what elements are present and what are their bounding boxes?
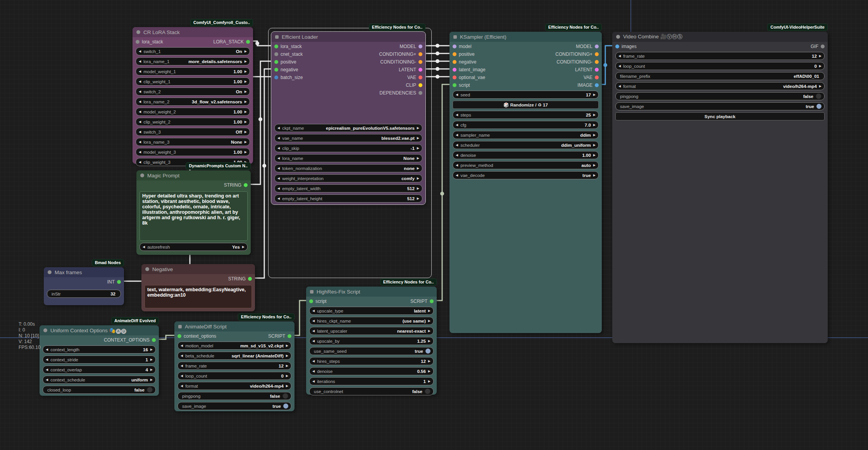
stepper-left-arrow-icon[interactable]: ◀ [456,123,458,127]
stepper-left-arrow-icon[interactable]: ◀ [456,133,458,137]
stepper-left-arrow-icon[interactable]: ◀ [312,369,315,373]
stepper-right-arrow-icon[interactable]: ▶ [150,358,153,361]
input-slot-positive[interactable]: positive [274,59,296,65]
stepper-right-arrow-icon[interactable]: ▶ [245,50,247,53]
input-slot-cnet-stack[interactable]: cnet_stack [274,52,303,57]
stepper-right-arrow-icon[interactable]: ▶ [593,93,596,96]
widget-lora-name-1[interactable]: ◀lora_name_1more_details.safetensors▶ [136,57,250,65]
stepper-right-arrow-icon[interactable]: ▶ [819,54,822,58]
input-slot-dot[interactable] [615,45,619,48]
output-slot-conditioning[interactable]: CONDITIONING- [380,59,422,65]
stepper-left-arrow-icon[interactable]: ◀ [139,80,141,83]
input-slot-images[interactable]: images [615,44,637,49]
input-slot-context-options[interactable]: context_options [177,333,216,339]
widget-scheduler[interactable]: ◀schedulerddim_uniform▶ [453,141,599,149]
stepper-left-arrow-icon[interactable]: ◀ [277,146,280,150]
stepper-left-arrow-icon[interactable]: ◀ [139,100,141,103]
stepper-left-arrow-icon[interactable]: ◀ [139,130,141,134]
output-slot-vae[interactable]: VAE [584,75,599,80]
stepper-left-arrow-icon[interactable]: ◀ [312,380,315,383]
output-slot-lora-stack[interactable]: LORA_STACK [214,39,250,45]
widget-use-controlnet[interactable]: use_controlnetfalse [309,387,434,395]
output-slot-dot[interactable] [418,52,422,56]
stepper-right-arrow-icon[interactable]: ▶ [286,374,288,378]
input-slot-dot[interactable] [453,83,456,87]
widget-pingpong[interactable]: pingpongfalse [615,92,825,100]
output-slot-dot[interactable] [418,91,422,95]
node-graph-canvas[interactable]: T: 0.00sI: 0N: 10 [10]V: 142FPS:60.10 CR… [0,0,868,450]
stepper-right-arrow-icon[interactable]: ▶ [593,123,596,127]
output-slot-dot[interactable] [418,60,422,64]
input-slot-script[interactable]: script [453,82,470,88]
stepper-left-arrow-icon[interactable]: ◀ [139,110,141,113]
stepper-right-arrow-icon[interactable]: ▶ [245,90,247,93]
node-video-combine[interactable]: Video Combine 🎥ⓋⒽⓈimagesGIF◀frame_rate12… [612,32,828,343]
stepper-left-arrow-icon[interactable]: ◀ [181,344,183,347]
toggle-knob[interactable] [283,404,288,409]
stepper-left-arrow-icon[interactable]: ◀ [456,153,458,157]
randomize-button[interactable]: 🎲 Randomize / ♻ 17 [453,101,599,109]
widget-lora-name-3[interactable]: ◀lora_name_3None▶ [136,138,250,146]
widget-clip-skip[interactable]: ◀clip_skip-1▶ [274,144,422,152]
stepper-right-arrow-icon[interactable]: ▶ [245,80,247,83]
stepper-right-arrow-icon[interactable]: ▶ [819,64,822,68]
stepper-right-arrow-icon[interactable]: ▶ [428,359,431,363]
node-titlebar[interactable]: KSampler (Efficient) [450,32,602,42]
widget-model-weight-3[interactable]: ◀model_weight_31.00▶ [136,148,250,156]
input-slot-negative[interactable]: negative [453,59,476,65]
node-highres-fix-script[interactable]: HighRes-Fix ScriptscriptSCRIPT◀upscale_t… [306,287,437,395]
node-titlebar[interactable]: Max frames [44,267,124,277]
stepper-right-arrow-icon[interactable]: ▶ [428,339,431,343]
widget-model-weight-1[interactable]: ◀model_weight_11.00▶ [136,67,250,76]
stepper-left-arrow-icon[interactable]: ◀ [46,358,48,361]
stepper-right-arrow-icon[interactable]: ▶ [245,140,247,144]
stepper-right-arrow-icon[interactable]: ▶ [417,167,419,170]
widget-hires-ckpt-name[interactable]: ◀hires_ckpt_name(use same)▶ [309,317,434,325]
output-slot-conditioning[interactable]: CONDITIONING- [556,59,599,65]
input-slot-latent-image[interactable]: latent_image [453,67,486,72]
toggle-knob[interactable] [282,393,288,399]
stepper-left-arrow-icon[interactable]: ◀ [139,150,141,154]
widget-preview-method[interactable]: ◀preview_methodauto▶ [453,161,599,169]
widget-closed-loop[interactable]: closed_loopfalse [43,386,156,394]
widget-empty-latent-height[interactable]: ◀empty_latent_height512▶ [274,194,422,203]
stepper-right-arrow-icon[interactable]: ▶ [593,163,596,167]
stepper-right-arrow-icon[interactable]: ▶ [428,309,431,313]
node-titlebar[interactable]: Video Combine 🎥ⓋⒽⓈ [612,32,828,42]
stepper-right-arrow-icon[interactable]: ▶ [593,173,596,177]
stepper-left-arrow-icon[interactable]: ◀ [618,84,621,88]
widget-empty-latent-width[interactable]: ◀empty_latent_width512▶ [274,184,422,192]
widget-loop-count[interactable]: ◀loop_count0▶ [615,62,825,70]
widget-vae-name[interactable]: ◀vae_nameblessed2.vae.pt▶ [274,134,422,142]
output-slot-dot[interactable] [418,83,422,87]
stepper-left-arrow-icon[interactable]: ◀ [139,140,141,144]
widget-hires-steps[interactable]: ◀hires_steps12▶ [309,357,434,365]
output-slot-dot[interactable] [418,45,422,48]
widget-upscale-by[interactable]: ◀upscale_by1.25▶ [309,337,434,345]
output-slot-string[interactable]: STRING [224,182,248,188]
output-slot-dot[interactable] [418,68,422,72]
stepper-left-arrow-icon[interactable]: ◀ [143,245,145,249]
input-slot-dot[interactable] [274,45,278,48]
widget-denoise[interactable]: ◀denoise0.56▶ [309,367,434,375]
prompt-textarea[interactable]: text, watermark, embedding:EasyNeagtive,… [145,285,252,308]
widget-autorefresh[interactable]: ◀autorefreshYes▶ [140,243,248,251]
output-slot-script[interactable]: SCRIPT [410,299,434,304]
stepper-left-arrow-icon[interactable]: ◀ [277,156,280,160]
stepper-right-arrow-icon[interactable]: ▶ [593,113,596,117]
widget-motion-model[interactable]: ◀motion_modelmm_sd_v15_v2.ckpt▶ [177,342,291,350]
stepper-right-arrow-icon[interactable]: ▶ [286,364,288,368]
widget-clip-weight-1[interactable]: ◀clip_weight_11.00▶ [136,77,250,86]
stepper-left-arrow-icon[interactable]: ◀ [456,113,458,117]
stepper-right-arrow-icon[interactable]: ▶ [245,130,247,134]
input-slot-script[interactable]: script [309,299,327,304]
stepper-right-arrow-icon[interactable]: ▶ [417,197,419,200]
stepper-right-arrow-icon[interactable]: ▶ [150,368,153,371]
widget-frame-rate[interactable]: ◀frame_rate12▶ [615,52,825,60]
widget-vae-decode[interactable]: ◀vae_decodetrue▶ [453,171,599,179]
output-slot-image[interactable]: IMAGE [577,82,599,88]
input-slot-lora-stack[interactable]: lora_stack [136,39,163,45]
input-slot-dot[interactable] [274,76,278,79]
widget-cfg[interactable]: ◀cfg7.0▶ [453,121,599,129]
stepper-right-arrow-icon[interactable]: ▶ [150,378,153,381]
